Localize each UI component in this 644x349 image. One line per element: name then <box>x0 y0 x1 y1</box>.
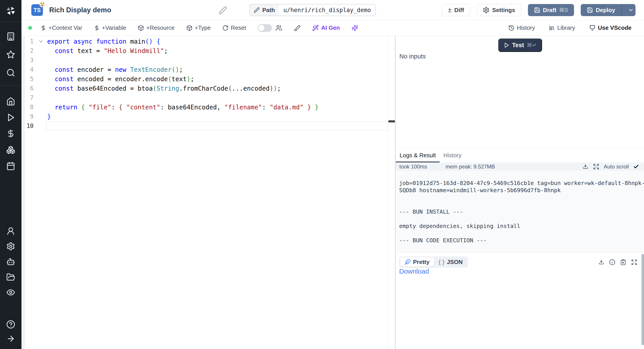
windmill-script-editor: TS Rich Display demo Path u/henri/rich_d… <box>0 0 644 349</box>
sidebar-item-help[interactable] <box>0 320 22 329</box>
collab-toggle[interactable] <box>258 24 272 32</box>
code-line[interactable]: 1export async function main() { <box>22 37 395 46</box>
path-field[interactable]: Path u/henri/rich_display_demo <box>249 4 376 16</box>
download-link[interactable]: Download <box>399 268 429 275</box>
library-label: Library <box>557 24 575 31</box>
sidebar-item-workers[interactable] <box>0 257 22 266</box>
sidebar-item-schedules[interactable] <box>0 162 22 170</box>
line-number: 4 <box>22 66 34 73</box>
logs-tabs: Logs & Result History <box>396 148 644 162</box>
ai-gen-label: AI Gen <box>321 24 340 31</box>
diff-button[interactable]: ± Diff <box>442 4 470 16</box>
cat-icon <box>589 25 596 31</box>
download-result-icon[interactable] <box>598 259 604 265</box>
no-inputs-text: No inputs <box>399 53 426 60</box>
sidebar-item-runs[interactable] <box>0 113 22 122</box>
code-line[interactable]: 6 const base64Encoded = btoa(String.from… <box>22 84 395 93</box>
reset-label: Reset <box>231 24 246 31</box>
library-icon <box>549 25 555 31</box>
save-icon <box>587 7 593 13</box>
log-line <box>399 230 644 237</box>
typescript-badge-label: TS <box>34 7 41 14</box>
code-line[interactable]: 10 <box>22 121 395 131</box>
history-button[interactable]: History <box>508 24 535 31</box>
sidebar-item-audit-logs[interactable] <box>0 288 22 297</box>
tab-history[interactable]: History <box>440 148 465 162</box>
sidebar-item-search[interactable] <box>0 68 22 77</box>
sidebar-item-home[interactable] <box>0 97 22 106</box>
magic-wand-icon <box>312 25 319 31</box>
sidebar-item-workspace[interactable] <box>0 32 22 41</box>
auto-scroll-checkbox[interactable] <box>633 164 639 170</box>
sidebar-item-folders[interactable] <box>0 273 22 282</box>
sidebar-item-variables[interactable] <box>0 129 22 138</box>
expand-logs-icon[interactable] <box>593 164 599 170</box>
auto-scroll-label: Auto scroll <box>604 164 629 170</box>
test-button[interactable]: Test ⌘↵ <box>498 39 542 52</box>
line-number: 9 <box>22 113 34 120</box>
save-icon <box>534 7 540 13</box>
sidebar-expand-icon[interactable] <box>0 334 22 343</box>
expand-result-icon[interactable] <box>631 259 637 265</box>
history-label: History <box>517 24 535 31</box>
dollar-icon <box>40 25 46 31</box>
add-type-label: +Type <box>195 24 211 31</box>
braces-icon: { } <box>438 259 444 265</box>
tab-logs-result[interactable]: Logs & Result <box>396 148 440 162</box>
code-line[interactable]: 4 const encoder = new TextEncoder(); <box>22 65 395 74</box>
code-editor[interactable]: 1export async function main() {2 const t… <box>22 36 395 349</box>
line-number: 6 <box>22 85 34 92</box>
sidebar-item-favorites[interactable] <box>0 50 22 59</box>
code-line[interactable]: 5 const encoded = encoder.encode(text); <box>22 74 395 84</box>
use-vscode-button[interactable]: Use VScode <box>589 24 632 31</box>
log-line <box>399 201 644 208</box>
ai-sparkles-button[interactable] <box>352 25 358 31</box>
windmill-logo-icon[interactable] <box>0 5 22 16</box>
sparkles-icon <box>352 25 358 31</box>
ai-gen-button[interactable]: AI Gen <box>312 24 340 31</box>
sidebar-item-settings[interactable] <box>0 242 22 251</box>
logs-section: Logs & Result History took 100ms mem pea… <box>396 148 644 252</box>
add-context-var-label: +Context Var <box>48 24 82 31</box>
add-type-button[interactable]: +Type <box>186 24 211 31</box>
editor-toolbar: +Context Var +Variable +Resource +Type R… <box>22 20 644 36</box>
code-line[interactable]: 7 <box>22 93 395 103</box>
format-brush-button[interactable] <box>294 25 300 31</box>
reset-button[interactable]: Reset <box>222 24 246 31</box>
line-number: 3 <box>22 57 34 64</box>
add-variable-button[interactable]: +Variable <box>94 24 126 31</box>
line-number: 7 <box>22 94 34 101</box>
typescript-badge: TS <box>31 4 43 16</box>
log-line: --- BUN INSTALL --- <box>399 208 644 215</box>
overview-ruler-cursor-mark <box>388 120 395 122</box>
fold-chevron-icon[interactable] <box>38 39 44 44</box>
settings-button[interactable]: Settings <box>477 4 521 16</box>
deploy-dropdown[interactable] <box>624 7 635 13</box>
copy-to-clipboard-icon[interactable] <box>620 259 626 265</box>
add-resource-button[interactable]: +Resource <box>138 24 174 31</box>
sidebar-item-resources[interactable] <box>0 145 22 154</box>
draft-button[interactable]: Draft ⌘S <box>528 4 574 16</box>
tab-json[interactable]: { } JSON <box>434 257 467 267</box>
sidebar <box>0 0 22 349</box>
draft-label: Draft <box>543 7 556 14</box>
sidebar-item-users[interactable] <box>0 227 22 236</box>
info-icon[interactable] <box>609 259 616 265</box>
chevron-down-icon <box>628 7 634 13</box>
code-line[interactable]: 3 <box>22 56 395 65</box>
deploy-button[interactable]: Deploy <box>581 4 636 16</box>
toggle-knob <box>258 25 264 31</box>
took-duration: took 100ms <box>399 164 427 170</box>
edit-summary-pencil-icon[interactable] <box>219 6 227 15</box>
pencil-icon <box>254 7 260 13</box>
code-line[interactable]: 9} <box>22 112 395 121</box>
download-logs-icon[interactable] <box>582 164 588 170</box>
path-label: Path <box>262 7 275 14</box>
library-button[interactable]: Library <box>549 24 575 31</box>
logs-output: job=01912d75-163d-8204-47c9-5469c516cb1e… <box>396 171 644 252</box>
code-line[interactable]: 2 const text = "Hello Windmill"; <box>22 46 395 56</box>
code-line[interactable]: 8 return { "file": { "content": base64En… <box>22 103 395 112</box>
add-context-var-button[interactable]: +Context Var <box>40 24 82 31</box>
tab-pretty[interactable]: Pretty <box>400 257 434 267</box>
result-scrollbar[interactable] <box>642 254 644 345</box>
